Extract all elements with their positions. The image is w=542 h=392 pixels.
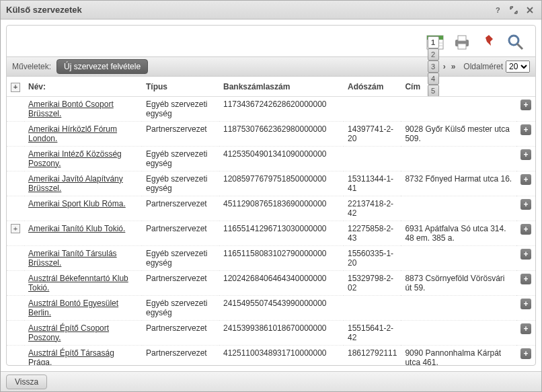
org-bank: 41251100348931710000000: [219, 345, 344, 365]
new-org-button[interactable]: Új szervezet felvétele: [56, 59, 148, 74]
table-row: Amerikai Intéző Közösség Poszony.Egyéb s…: [7, 146, 535, 171]
row-action-add-icon[interactable]: +: [520, 249, 531, 260]
org-type: Partnerszervezet: [142, 345, 219, 365]
org-type: Egyéb szervezeti egység: [142, 245, 219, 270]
org-addr: 8873 Csörnyeföld Vörösvári út 59.: [401, 270, 516, 295]
table-row: Ausztrál Békefenntartó Klub Tokió.Partne…: [7, 270, 535, 295]
table-row: Amerikai Bontó Csoport Brüsszel.Egyéb sz…: [7, 96, 535, 121]
org-tax: 15515641-2-42: [344, 320, 401, 345]
row-action-add-icon[interactable]: +: [520, 100, 531, 110]
pager-page-1[interactable]: 1: [428, 36, 439, 48]
table-row: Amerikai Sport Klub Róma.Partnerszerveze…: [7, 196, 535, 221]
table-row: Ausztrál Építő Csoport Poszony.Partnersz…: [7, 320, 535, 345]
table-row: Amerikai Hírközlő Fórum London.Partnersz…: [7, 121, 535, 146]
org-addr: [401, 96, 516, 121]
col-header-name[interactable]: Név:: [24, 77, 142, 96]
org-bank: 11655141296713030000000: [219, 221, 344, 245]
org-name-link[interactable]: Ausztrál Építő Társaság Prága.: [24, 345, 142, 365]
org-addr: 6931 Apátfalva Só utca 314. 48 em. 385 a…: [401, 221, 516, 245]
org-bank: 45112908765183690000000: [219, 196, 344, 221]
close-icon[interactable]: [524, 4, 536, 16]
maximize-icon[interactable]: [508, 4, 520, 16]
org-addr: 9028 Győr Külső mester utca 509.: [401, 121, 516, 146]
org-tax: 15560335-1-20: [344, 245, 401, 270]
org-tax: 15329798-2-02: [344, 270, 401, 295]
row-action-add-icon[interactable]: +: [520, 348, 531, 359]
org-bank: 11875307662362980000000: [219, 121, 344, 146]
org-addr: [401, 196, 516, 221]
org-type: Egyéb szervezeti egység: [142, 96, 219, 121]
row-action-add-icon[interactable]: +: [520, 323, 531, 334]
org-tax: [344, 96, 401, 121]
table-row: Amerikai Javító Alapítvány Brüsszel.Egyé…: [7, 171, 535, 196]
col-header-tax[interactable]: Adószám: [344, 77, 401, 96]
org-addr: [401, 320, 516, 345]
row-action-add-icon[interactable]: +: [520, 299, 531, 309]
svg-text:?: ?: [496, 6, 500, 14]
org-name-link[interactable]: Amerikai Sport Klub Róma.: [24, 196, 142, 221]
org-bank: 11651158083102790000000: [219, 245, 344, 270]
org-tax: 12275858-2-43: [344, 221, 401, 245]
table-row: +Amerikai Tanító Klub Tokió.Partnerszerv…: [7, 221, 535, 245]
org-tax: [344, 295, 401, 320]
table-row: Amerikai Tanító Társulás Brüsszel.Egyéb …: [7, 245, 535, 270]
org-bank: 24153993861018670000000: [219, 320, 344, 345]
pagesize-label: Oldalméret: [463, 62, 503, 71]
row-action-add-icon[interactable]: +: [520, 124, 531, 135]
org-name-link[interactable]: Amerikai Bontó Csoport Brüsszel.: [24, 96, 142, 121]
org-addr: [401, 245, 516, 270]
org-type: Egyéb szervezeti egység: [142, 295, 219, 320]
pager-page-2[interactable]: 2: [428, 48, 439, 61]
org-tax: 14397741-2-20: [344, 121, 401, 146]
row-action-add-icon[interactable]: +: [520, 199, 531, 210]
org-tax: 18612792111: [344, 345, 401, 365]
expand-all-icon[interactable]: +: [11, 83, 20, 92]
back-button[interactable]: Vissza: [6, 375, 47, 389]
col-header-type[interactable]: Típus: [142, 77, 219, 96]
pager-next-icon[interactable]: ›: [442, 62, 447, 71]
org-tax: [344, 146, 401, 171]
org-bank: 11734367242628620000000: [219, 96, 344, 121]
org-name-link[interactable]: Amerikai Hírközlő Fórum London.: [24, 121, 142, 146]
org-bank: 12024268406464340000000: [219, 270, 344, 295]
pager-page-3[interactable]: 3: [428, 61, 439, 73]
org-bank: 41253504901341090000000: [219, 146, 344, 171]
row-action-add-icon[interactable]: +: [520, 274, 531, 284]
org-addr: [401, 146, 516, 171]
pager-last-icon[interactable]: »: [450, 62, 457, 71]
org-type: Egyéb szervezeti egység: [142, 146, 219, 171]
org-type: Partnerszervezet: [142, 320, 219, 345]
expand-row-icon[interactable]: +: [11, 224, 20, 233]
org-name-link[interactable]: Amerikai Javító Alapítvány Brüsszel.: [24, 171, 142, 196]
org-name-link[interactable]: Ausztrál Bontó Egyesület Berlin.: [24, 295, 142, 320]
org-name-link[interactable]: Amerikai Tanító Társulás Brüsszel.: [24, 245, 142, 270]
table-row: Ausztrál Építő Társaság Prága.Partnersze…: [7, 345, 535, 365]
org-tax: 15311344-1-41: [344, 171, 401, 196]
org-name-link[interactable]: Amerikai Tanító Klub Tokió.: [24, 221, 142, 245]
operations-label: Műveletek:: [12, 62, 51, 71]
org-type: Egyéb szervezeti egység: [142, 171, 219, 196]
row-action-add-icon[interactable]: +: [520, 224, 531, 235]
col-header-bank[interactable]: Bankszámlaszám: [219, 77, 344, 96]
org-bank: 24154955074543990000000: [219, 295, 344, 320]
org-bank: 12085977679751850000000: [219, 171, 344, 196]
org-type: Partnerszervezet: [142, 221, 219, 245]
org-name-link[interactable]: Ausztrál Békefenntartó Klub Tokió.: [24, 270, 142, 295]
row-action-add-icon[interactable]: +: [520, 149, 531, 160]
window-title: Külső szervezetek: [6, 5, 488, 15]
org-addr: 8732 Főnyed Harmat utca 16.: [401, 171, 516, 196]
org-name-link[interactable]: Ausztrál Építő Csoport Poszony.: [24, 320, 142, 345]
table-row: Ausztrál Bontó Egyesület Berlin.Egyéb sz…: [7, 295, 535, 320]
org-type: Partnerszervezet: [142, 121, 219, 146]
org-name-link[interactable]: Amerikai Intéző Közösség Poszony.: [24, 146, 142, 171]
pagesize-select[interactable]: 20: [506, 61, 530, 73]
help-icon[interactable]: ?: [492, 4, 504, 16]
org-type: Partnerszervezet: [142, 270, 219, 295]
org-type: Partnerszervezet: [142, 196, 219, 221]
row-action-add-icon[interactable]: +: [520, 174, 531, 185]
col-header-addr[interactable]: Cím: [401, 77, 516, 96]
org-addr: 9090 Pannonhalma Kárpát utca 461.: [401, 345, 516, 365]
org-addr: [401, 295, 516, 320]
org-tax: 22137418-2-42: [344, 196, 401, 221]
